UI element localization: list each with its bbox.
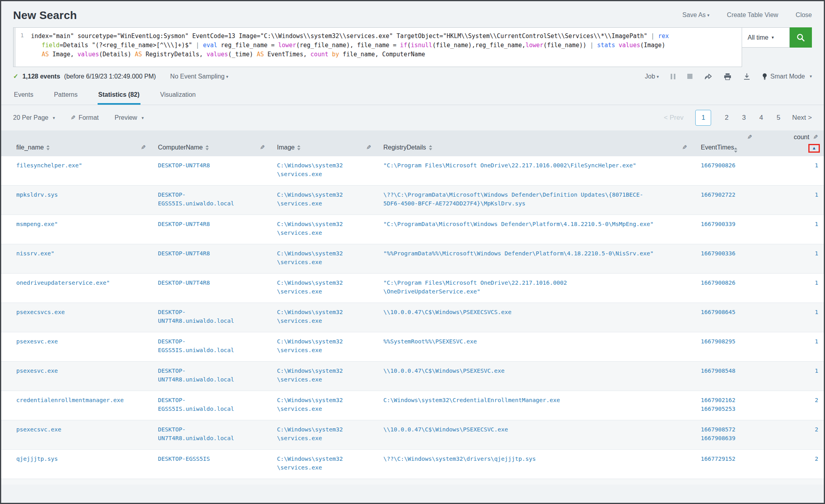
search-mode-dropdown[interactable]: Smart Mode ▾ [762, 73, 812, 80]
pause-icon[interactable] [671, 74, 675, 79]
sort-registrydetails[interactable]: RegistryDetails [383, 144, 432, 151]
pencil-icon[interactable]: ✎ [366, 144, 371, 151]
cell-count-value[interactable]: 1 [756, 190, 818, 199]
cell-eventtimes-value[interactable]: 1667908645 [701, 308, 756, 316]
pencil-icon[interactable]: ✎ [260, 144, 265, 151]
search-button[interactable] [790, 27, 812, 48]
cell-count-value[interactable]: 1 [756, 220, 818, 228]
cell-computername-value[interactable]: DESKTOP-UN7T4R8 [158, 161, 277, 170]
cell-eventtimes-value[interactable]: 1667908639 [701, 434, 756, 443]
cell-eventtimes-value[interactable]: 1667902162 [701, 396, 756, 404]
cell-image-value[interactable]: \services.exe [277, 404, 383, 413]
cell-file-name-value[interactable]: onedriveupdaterservice.exe" [16, 278, 158, 287]
cell-eventtimes-value[interactable]: 1667900826 [701, 278, 756, 287]
cell-registrydetails-value[interactable]: \\10.0.0.47\C$\Windows\PSEXECSVC.exe [383, 425, 689, 434]
cell-computername-value[interactable]: DESKTOP-EGSS5IS [158, 454, 277, 463]
cell-image-value[interactable]: C:\Windows\system32 [277, 220, 383, 228]
cell-eventtimes-value[interactable]: 1667902722 [701, 190, 756, 199]
download-icon[interactable] [743, 73, 750, 80]
cell-computername-value[interactable]: UN7T4R8.uniwaldo.local [158, 375, 277, 384]
cell-eventtimes-value[interactable]: 1667900336 [701, 249, 756, 258]
cell-eventtimes-value[interactable]: 1667905253 [701, 404, 756, 413]
cell-registrydetails-value[interactable]: "%%ProgramData%%\Microsoft\Windows Defen… [383, 249, 689, 258]
cell-registrydetails-value[interactable]: %%SystemRoot%%\PSEXESVC.exe [383, 337, 689, 346]
cell-file-name-value[interactable]: psexesvc.exe [16, 337, 158, 346]
cell-registrydetails-value[interactable]: \??\C:\ProgramData\Microsoft\Windows Def… [383, 190, 689, 199]
cell-count-value[interactable]: 2 [756, 396, 818, 404]
share-icon[interactable] [704, 73, 712, 80]
tab-statistics-82[interactable]: Statistics (82) [98, 87, 140, 105]
cell-count-value[interactable]: 1 [756, 249, 818, 258]
cell-eventtimes-value[interactable]: 1667900339 [701, 220, 756, 228]
cell-registrydetails-value[interactable]: \??\C:\Windows\system32\drivers\qjejjjtp… [383, 454, 689, 463]
cell-image-value[interactable]: \services.exe [277, 434, 383, 443]
cell-count-value[interactable]: 1 [756, 278, 818, 287]
prev-page-button[interactable]: < Prev [664, 114, 684, 122]
cell-registrydetails-value[interactable]: "C:\ProgramData\Microsoft\Windows Defend… [383, 220, 689, 228]
cell-registrydetails-value[interactable]: 5DF6-4500-BFCF-AE7274DD27F4}\MpKslDrv.sy… [383, 199, 689, 208]
cell-image-value[interactable]: \services.exe [277, 170, 383, 178]
cell-file-name-value[interactable]: filesynchelper.exe" [16, 161, 158, 170]
cell-count-value[interactable]: 1 [756, 161, 818, 170]
cell-count-value[interactable]: 2 [756, 425, 818, 434]
cell-image-value[interactable]: \services.exe [277, 316, 383, 325]
cell-count-value[interactable]: 1 [756, 337, 818, 346]
cell-image-value[interactable]: C:\Windows\system32 [277, 308, 383, 316]
cell-count-value[interactable]: 2 [756, 454, 818, 463]
cell-computername-value[interactable]: DESKTOP- [158, 396, 277, 404]
event-sampling-dropdown[interactable]: No Event Sampling▾ [170, 73, 229, 80]
cell-eventtimes-value[interactable]: 1667900826 [701, 161, 756, 170]
cell-registrydetails-value[interactable]: "C:\Program Files\Microsoft OneDrive\22.… [383, 161, 689, 170]
cell-computername-value[interactable]: DESKTOP- [158, 190, 277, 199]
sort-file-name[interactable]: file_name [16, 144, 50, 151]
spl-editor[interactable]: 1 index="main" sourcetype="WinEventLog:S… [13, 27, 742, 67]
cell-registrydetails-value[interactable]: \\10.0.0.47\C$\Windows\PSEXESVC.exe [383, 366, 689, 375]
cell-file-name-value[interactable]: nissrv.exe" [16, 249, 158, 258]
cell-image-value[interactable]: C:\Windows\system32 [277, 337, 383, 346]
sort-ascending-icon[interactable]: ▲ [812, 146, 816, 150]
cell-count-value[interactable]: 1 [756, 308, 818, 316]
cell-registrydetails-value[interactable]: \OneDriveUpdaterService.exe" [383, 287, 689, 296]
spl-query[interactable]: index="main" sourcetype="WinEventLog:Sys… [27, 28, 673, 67]
cell-image-value[interactable]: C:\Windows\system32 [277, 396, 383, 404]
pencil-icon[interactable]: ✎ [141, 144, 146, 151]
cell-file-name-value[interactable]: qjejjjtp.sys [16, 454, 158, 463]
pencil-icon[interactable]: ✎ [813, 134, 818, 141]
cell-registrydetails-value[interactable]: \\10.0.0.47\C$\Windows\PSEXECSVCS.exe [383, 308, 689, 316]
cell-image-value[interactable]: \services.exe [277, 199, 383, 208]
cell-image-value[interactable]: C:\Windows\system32 [277, 278, 383, 287]
job-menu[interactable]: Job▾ [645, 73, 659, 80]
cell-eventtimes-value[interactable]: 1667729152 [701, 454, 756, 463]
time-range-picker[interactable]: All time ▾ [742, 27, 790, 48]
cell-computername-value[interactable]: EGSS5IS.uniwaldo.local [158, 199, 277, 208]
page-button-1[interactable]: 1 [695, 110, 711, 126]
cell-image-value[interactable]: C:\Windows\system32 [277, 161, 383, 170]
cell-file-name-value[interactable]: psexecsvcs.exe [16, 308, 158, 316]
cell-computername-value[interactable]: EGSS5IS.uniwaldo.local [158, 404, 277, 413]
cell-computername-value[interactable]: DESKTOP-UN7T4R8 [158, 249, 277, 258]
cell-image-value[interactable]: \services.exe [277, 463, 383, 472]
cell-image-value[interactable]: \services.exe [277, 375, 383, 384]
cell-computername-value[interactable]: DESKTOP-UN7T4R8 [158, 278, 277, 287]
cell-file-name-value[interactable]: msmpeng.exe" [16, 220, 158, 228]
cell-computername-value[interactable]: DESKTOP- [158, 425, 277, 434]
page-button-4[interactable]: 4 [759, 114, 763, 122]
cell-eventtimes-value[interactable]: 1667908295 [701, 337, 756, 346]
cell-image-value[interactable]: \services.exe [277, 228, 383, 237]
format-button[interactable]: ✎Format [71, 114, 98, 121]
cell-file-name-value[interactable]: mpksldrv.sys [16, 190, 158, 199]
cell-eventtimes-value[interactable]: 1667908572 [701, 425, 756, 434]
cell-file-name-value[interactable]: psexesvc.exe [16, 366, 158, 375]
pencil-icon[interactable]: ✎ [747, 134, 752, 141]
cell-registrydetails-value[interactable]: "C:\Program Files\Microsoft OneDrive\22.… [383, 278, 689, 287]
stop-icon[interactable] [687, 74, 692, 79]
cell-computername-value[interactable]: UN7T4R8.uniwaldo.local [158, 434, 277, 443]
tab-events[interactable]: Events [13, 87, 34, 105]
preview-dropdown[interactable]: Preview▾ [115, 114, 144, 121]
cell-file-name-value[interactable]: psexecsvc.exe [16, 425, 158, 434]
cell-computername-value[interactable]: EGSS5IS.uniwaldo.local [158, 346, 277, 355]
tab-visualization[interactable]: Visualization [160, 87, 197, 105]
cell-image-value[interactable]: C:\Windows\system32 [277, 425, 383, 434]
page-button-2[interactable]: 2 [725, 114, 728, 122]
sort-image[interactable]: Image [277, 144, 300, 151]
